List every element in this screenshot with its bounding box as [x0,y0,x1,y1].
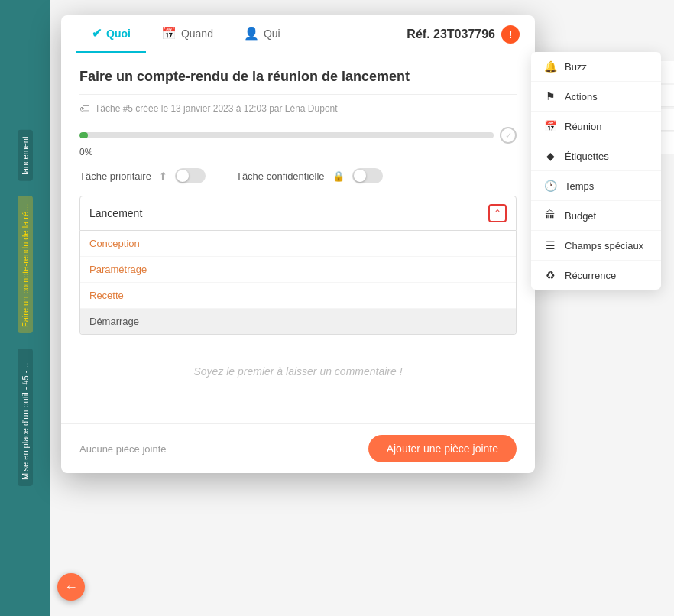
progress-bar-inner [79,132,88,138]
tab-quoi[interactable]: ✔ Quoi [76,15,146,53]
menu-buzz[interactable]: 🔔 Buzz [531,52,661,82]
actions-icon: ⚑ [543,90,557,102]
buzz-icon: 🔔 [543,60,557,73]
toggle-row: Tâche prioritaire ⬆ Tâche confidentielle… [79,168,517,183]
option-recette[interactable]: Recette [80,283,516,309]
progress-label: 0% [79,147,517,157]
modal-body: Faire un compte-rendu de la réunion de l… [61,53,535,423]
modal-footer: Aucune pièce jointe Ajouter une pièce jo… [61,423,535,473]
priority-toggle[interactable] [175,168,206,183]
dropdown-chevron-icon[interactable]: ⌃ [488,204,507,222]
dropdown-selected-label: Lancement [89,207,142,219]
progress-section: ✓ 0% [79,127,517,157]
menu-buzz-label: Buzz [565,61,587,73]
menu-recurrence-label: Récurrence [565,270,616,281]
menu-temps[interactable]: 🕐 Temps [531,171,661,201]
tab-quoi-label: Quoi [106,28,131,40]
attachment-label: Aucune pièce jointe [79,443,166,455]
menu-etiquettes-label: Étiquettes [565,151,609,162]
dropdown-selected[interactable]: Lancement ⌃ [79,196,517,231]
menu-champs[interactable]: ☰ Champs spéciaux [531,231,661,261]
dropdown-options: Conception Paramétrage Recette Démarrage [79,231,517,335]
toggle-confidential-label: Tâche confidentielle [236,170,325,182]
menu-actions[interactable]: ⚑ Actions [531,82,661,112]
progress-bar-outer [79,132,494,138]
champs-icon: ☰ [543,239,557,251]
tag-icon: 🏷 [79,102,90,115]
menu-actions-label: Actions [565,91,598,102]
ref-badge[interactable]: ! [501,25,520,44]
sidebar-item-2[interactable]: Faire un compte-rendu de la réun... [18,196,33,333]
confidential-toggle[interactable] [352,168,383,183]
dropdown-container: Lancement ⌃ Conception Paramétrage Recet… [79,196,517,335]
menu-budget-label: Budget [565,210,596,222]
quand-icon: 📅 [161,26,177,41]
context-menu: 🔔 Buzz ⚑ Actions 📅 Réunion ◆ Étiquettes … [531,52,661,290]
tab-qui-label: Qui [264,28,280,40]
modal-overlay: ✔ Quoi 📅 Quand 👤 Qui Réf. 23T037796 ! Fa… [50,0,546,616]
priority-thumb [177,170,189,182]
priority-up-icon: ⬆ [159,170,167,182]
menu-champs-label: Champs spéciaux [565,240,643,251]
tab-quand[interactable]: 📅 Quand [146,15,228,53]
temps-icon: 🕐 [543,180,557,192]
qui-icon: 👤 [244,26,259,41]
budget-icon: 🏛 [543,209,557,222]
menu-etiquettes[interactable]: ◆ Étiquettes [531,141,661,171]
lock-icon: 🔒 [332,170,345,182]
priority-track [175,168,206,183]
ref-text: Réf. 23T037796 [407,28,495,41]
progress-check-btn[interactable]: ✓ [500,127,517,144]
option-conception[interactable]: Conception [80,231,516,257]
comment-placeholder[interactable]: Soyez le premier à laisser un commentair… [79,335,517,408]
menu-reunion[interactable]: 📅 Réunion [531,112,661,141]
task-title: Faire un compte-rendu de la réunion de l… [79,69,517,95]
option-parametrage[interactable]: Paramétrage [80,257,516,283]
menu-budget[interactable]: 🏛 Budget [531,201,661,231]
task-meta-text: Tâche #5 créée le 13 janvier 2023 à 12:0… [95,103,338,114]
modal-ref: Réf. 23T037796 ! [407,15,520,53]
task-meta: 🏷 Tâche #5 créée le 13 janvier 2023 à 12… [79,102,517,115]
modal-tabs: ✔ Quoi 📅 Quand 👤 Qui Réf. 23T037796 ! [61,15,535,53]
back-button[interactable]: ← [57,573,85,601]
menu-temps-label: Temps [565,180,594,192]
toggle-confidential: Tâche confidentielle 🔒 [236,168,383,183]
option-demarrage[interactable]: Démarrage [80,309,516,334]
menu-reunion-label: Réunion [565,121,601,132]
task-modal: ✔ Quoi 📅 Quand 👤 Qui Réf. 23T037796 ! Fa… [61,15,535,473]
progress-bar-container: ✓ [79,127,517,144]
confidential-track [352,168,383,183]
toggle-priority-label: Tâche prioritaire [79,170,151,182]
add-attachment-button[interactable]: Ajouter une pièce jointe [368,435,517,462]
tab-quand-label: Quand [181,28,213,40]
tab-qui[interactable]: 👤 Qui [228,15,296,53]
confidential-thumb [354,170,366,182]
reunion-icon: 📅 [543,120,557,132]
etiquettes-icon: ◆ [543,150,557,162]
sidebar-item-3[interactable]: Mise en place d'un outil - #5 - Faire un… [18,349,33,486]
sidebar: lancement Faire un compte-rendu de la ré… [0,0,50,616]
quoi-icon: ✔ [92,26,102,41]
recurrence-icon: ♻ [543,269,557,281]
sidebar-item-1[interactable]: lancement [18,130,33,181]
menu-recurrence[interactable]: ♻ Récurrence [531,261,661,290]
toggle-priority: Tâche prioritaire ⬆ [79,168,206,183]
